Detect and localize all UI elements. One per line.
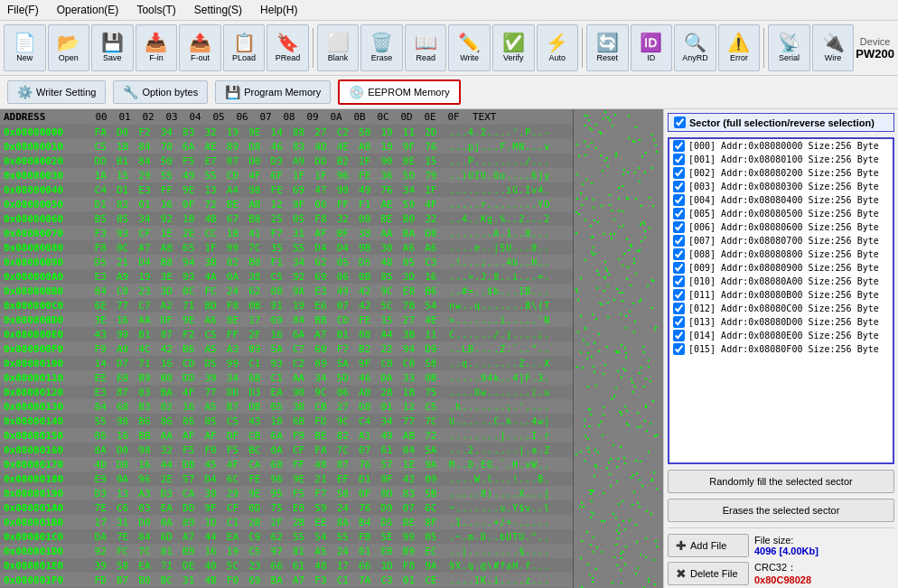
hex-row[interactable]: 0x080801608AD09832F5F0F5BC0ACFFA7C076184… — [0, 443, 573, 457]
hex-byte-cell[interactable]: B9 — [134, 372, 155, 384]
hex-byte-cell[interactable]: C9 — [244, 531, 266, 543]
hex-byte-cell[interactable]: A4 — [221, 184, 243, 196]
hex-byte-cell[interactable]: 27 — [310, 126, 332, 138]
hex-byte-cell[interactable]: C1 — [332, 574, 353, 586]
hex-byte-cell[interactable]: 34 — [287, 257, 309, 268]
hex-byte-cell[interactable]: D4 — [134, 257, 155, 268]
hex-byte-cell[interactable]: CD — [221, 170, 243, 182]
hex-byte-cell[interactable]: C0 — [376, 358, 398, 369]
hex-byte-cell[interactable]: 76 — [420, 141, 442, 153]
hex-byte-cell[interactable]: 75 — [266, 502, 287, 514]
hex-row[interactable]: 0x08080040C4D1E3FF9E13A498FE694790497634… — [0, 182, 573, 197]
hex-byte-cell[interactable]: 06 — [89, 430, 111, 442]
hex-byte-cell[interactable]: EC — [420, 546, 442, 557]
hex-byte-cell[interactable]: A0 — [354, 387, 376, 398]
hex-byte-cell[interactable]: 48 — [310, 459, 332, 471]
hex-byte-cell[interactable]: 07 — [354, 444, 376, 456]
hex-byte-cell[interactable]: B9 — [178, 546, 200, 557]
hex-byte-cell[interactable]: 82 — [111, 199, 133, 210]
hex-byte-cell[interactable]: F8 — [310, 213, 332, 225]
hex-row[interactable]: 0x080801500616BBAAAFAFDFCB6AF9BE82A149AB… — [0, 428, 573, 443]
hex-byte-cell[interactable]: 1B — [111, 141, 133, 153]
hex-byte-cell[interactable]: 09 — [244, 343, 266, 355]
hex-byte-cell[interactable]: 67 — [221, 213, 243, 225]
hex-byte-cell[interactable]: B7 — [111, 574, 133, 586]
sector-item[interactable]: [012] Addr:0x08080C00 Size:256 Byte — [669, 302, 893, 315]
hex-row[interactable]: 0x08080180E90A962E57D46CFE969E21EFD18F42… — [0, 471, 573, 486]
hex-byte-cell[interactable]: 44 — [155, 459, 177, 471]
hex-byte-cell[interactable]: 34 — [376, 415, 398, 427]
hex-byte-cell[interactable]: 49 — [178, 170, 200, 182]
hex-byte-cell[interactable]: 42 — [398, 473, 419, 485]
hex-byte-cell[interactable]: 17 — [89, 517, 111, 528]
hex-byte-cell[interactable]: 00 — [354, 213, 376, 225]
hex-byte-cell[interactable]: 60 — [266, 459, 287, 471]
hex-byte-cell[interactable]: 4D — [310, 141, 332, 153]
verify-button[interactable]: ✅ Verify — [492, 24, 535, 71]
hex-byte-cell[interactable]: B4 — [354, 517, 376, 528]
hex-byte-cell[interactable]: 9E — [244, 488, 266, 499]
hex-byte-cell[interactable]: 60 — [310, 343, 332, 355]
blank-button[interactable]: ⬜ Blank — [317, 24, 360, 71]
erase-button[interactable]: 🗑️ Erase — [360, 24, 403, 71]
hex-byte-cell[interactable]: 31 — [287, 228, 309, 239]
tab-writer-setting[interactable]: ⚙️ Writer Setting — [7, 80, 106, 104]
hex-byte-cell[interactable]: 62 — [310, 257, 332, 268]
hex-byte-cell[interactable]: 07 — [398, 502, 419, 514]
hex-row[interactable]: 0x080801B01731D00A891DC12B2F2BEE8AB4D5BE… — [0, 515, 573, 529]
hex-byte-cell[interactable]: E3 — [89, 271, 111, 283]
hex-byte-cell[interactable]: F7 — [310, 488, 332, 499]
sector-checkbox[interactable] — [673, 194, 685, 206]
hex-byte-cell[interactable]: A4 — [376, 329, 398, 341]
hex-byte-cell[interactable]: B0 — [398, 213, 419, 225]
hex-row[interactable]: 0x080801704DD81644DB454FCA60FF488776571E… — [0, 457, 573, 471]
hex-row[interactable]: 0x080801C0DA7E846DA744EAC962555455FB5E99… — [0, 529, 573, 544]
hex-byte-cell[interactable]: 71 — [155, 560, 177, 572]
hex-row[interactable]: 0x080800D03E16AADF9EA68E176984BBCDFE1527… — [0, 313, 573, 327]
hex-byte-cell[interactable]: DD — [178, 502, 200, 514]
hex-byte-cell[interactable]: 84 — [134, 531, 155, 543]
hex-byte-cell[interactable]: 2B — [287, 517, 309, 528]
hex-byte-cell[interactable]: 86 — [155, 415, 177, 427]
hex-byte-cell[interactable]: 76 — [376, 184, 398, 196]
hex-byte-cell[interactable]: 2D — [420, 126, 442, 138]
hex-byte-cell[interactable]: D8 — [420, 228, 442, 239]
hex-byte-cell[interactable]: 0D — [244, 502, 266, 514]
hex-byte-cell[interactable]: 7B — [398, 300, 419, 312]
hex-row[interactable]: 0x080801308468B30216A5B7DB053BCB27D80112… — [0, 399, 573, 414]
hex-byte-cell[interactable]: C0 — [398, 358, 419, 369]
hex-byte-cell[interactable]: 27 — [332, 401, 353, 413]
hex-byte-cell[interactable]: 7C — [420, 415, 442, 427]
hex-byte-cell[interactable]: 16 — [266, 329, 287, 341]
sector-item[interactable]: [000] Addr:0x08080000 Size:256 Byte — [669, 139, 893, 153]
pread-button[interactable]: 🔖 PRead — [267, 24, 309, 71]
hex-byte-cell[interactable]: 05 — [332, 257, 353, 268]
hex-byte-cell[interactable]: 8E — [221, 314, 243, 326]
hex-byte-cell[interactable]: 90 — [332, 184, 353, 196]
hex-byte-cell[interactable]: 90 — [376, 155, 398, 167]
hex-byte-cell[interactable]: 86 — [178, 415, 200, 427]
sector-checkbox[interactable] — [673, 154, 685, 165]
hex-byte-cell[interactable]: 2F — [266, 517, 287, 528]
hex-byte-cell[interactable]: DD — [221, 387, 243, 398]
hex-byte-cell[interactable]: 08 — [266, 285, 287, 297]
hex-byte-cell[interactable]: 0B — [420, 372, 442, 384]
hex-byte-cell[interactable]: 71 — [134, 358, 155, 369]
hex-byte-cell[interactable]: AA — [287, 372, 309, 384]
hex-byte-cell[interactable]: F5 — [221, 444, 243, 456]
hex-byte-cell[interactable]: D8 — [244, 141, 266, 153]
hex-byte-cell[interactable]: B9 — [398, 546, 419, 557]
sector-checkbox[interactable] — [673, 275, 685, 287]
hex-byte-cell[interactable]: 4F — [420, 199, 442, 210]
hex-byte-cell[interactable]: AF — [178, 430, 200, 442]
hex-byte-cell[interactable]: 5A — [266, 343, 287, 355]
sector-item[interactable]: [003] Addr:0x08080300 Size:256 Byte — [669, 180, 893, 193]
hex-byte-cell[interactable]: C3 — [420, 257, 442, 268]
hex-byte-cell[interactable]: 6B — [244, 372, 266, 384]
hex-row[interactable]: 0x08080120E38703BA4F77DDD3EA909C06A0281B… — [0, 385, 573, 399]
hex-byte-cell[interactable]: 55 — [287, 531, 309, 543]
hex-byte-cell[interactable]: 14 — [89, 358, 111, 369]
hex-byte-cell[interactable]: 5C — [221, 560, 243, 572]
hex-byte-cell[interactable]: DA — [376, 372, 398, 384]
hex-row[interactable]: 0x08080010C51B84706AAE89D846834D4EA8199F… — [0, 139, 573, 154]
